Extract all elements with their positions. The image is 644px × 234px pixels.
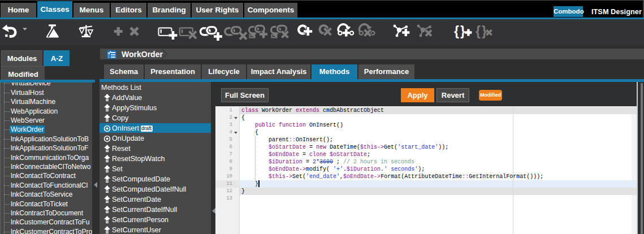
svg-text:{}: {} — [454, 24, 466, 38]
